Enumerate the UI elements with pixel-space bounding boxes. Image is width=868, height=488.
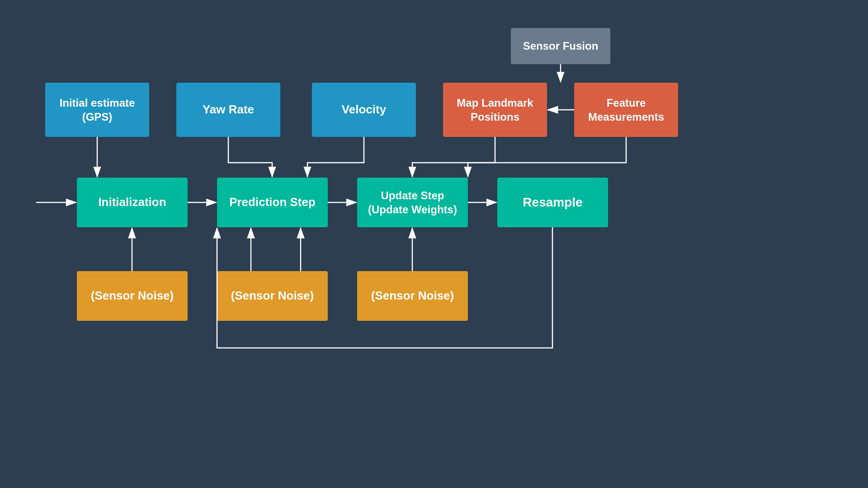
sensor-noise-2-box: (Sensor Noise) [217,271,328,321]
arrows-svg [0,0,868,488]
resample-box: Resample [497,178,608,227]
update-step-box: Update Step (Update Weights) [357,178,468,227]
sensor-noise-3-box: (Sensor Noise) [357,271,468,321]
velocity-box: Velocity [312,83,416,137]
sensor-fusion-box: Sensor Fusion [511,28,610,64]
prediction-step-box: Prediction Step [217,178,328,227]
feature-measurements-box: Feature Measurements [574,83,678,137]
initialization-box: Initialization [77,178,188,227]
map-landmark-box: Map Landmark Positions [443,83,547,137]
diagram-container: Sensor Fusion Initial estimate (GPS) Yaw… [0,0,868,488]
yaw-rate-box: Yaw Rate [176,83,280,137]
initial-estimate-box: Initial estimate (GPS) [45,83,149,137]
sensor-noise-1-box: (Sensor Noise) [77,271,188,321]
